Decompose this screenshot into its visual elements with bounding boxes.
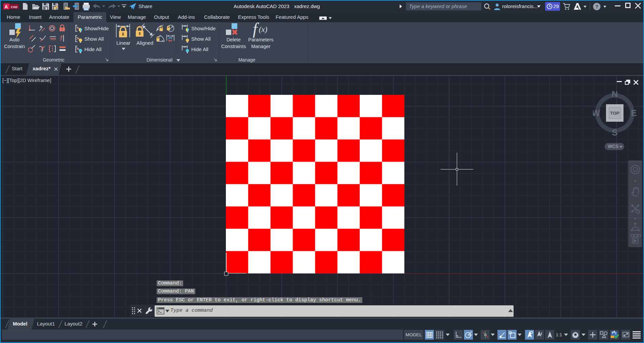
svg-text:CAD: CAD [11, 5, 17, 9]
svg-text:S: S [612, 127, 617, 136]
svg-text:TOP: TOP [610, 111, 619, 116]
svg-text:E: E [631, 108, 637, 118]
svg-text:A: A [4, 4, 8, 9]
svg-text:W: W [593, 108, 600, 118]
svg-text:?: ? [595, 4, 598, 9]
svg-text:N: N [612, 91, 618, 99]
